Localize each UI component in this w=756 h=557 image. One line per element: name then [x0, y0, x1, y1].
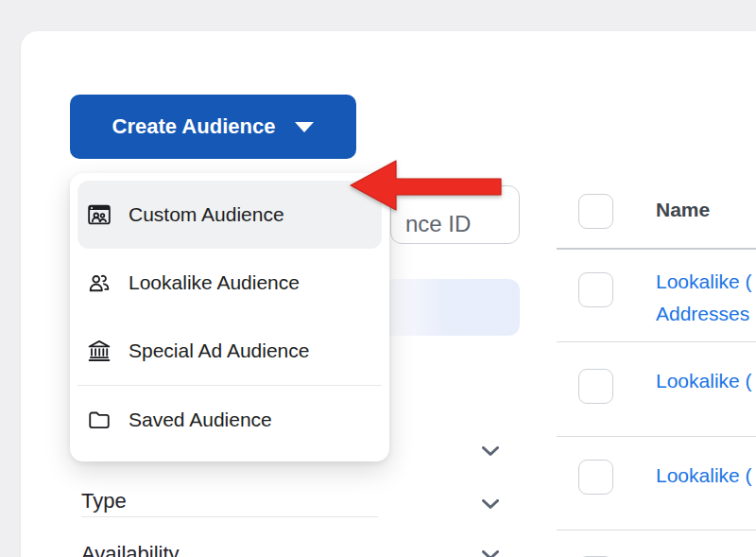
table-row-divider [557, 341, 756, 342]
create-audience-label: Create Audience [112, 114, 276, 139]
audience-link[interactable]: Lookalike (Addresses [656, 266, 752, 330]
search-input[interactable]: nce ID [390, 185, 520, 244]
special-ad-audience-icon [87, 339, 112, 363]
name-column-header: Name [656, 199, 710, 221]
saved-audience-icon [87, 408, 112, 432]
select-all-checkbox[interactable] [578, 194, 613, 229]
page-background: nce ID Type Availability Name Lookalike … [0, 0, 756, 557]
filter-section-type[interactable]: Type [81, 489, 127, 513]
lookalike-audience-icon [87, 270, 112, 295]
create-audience-button[interactable]: Create Audience [70, 95, 356, 159]
table-row-divider [557, 530, 756, 531]
menu-item-special-ad-audience[interactable]: Special Ad Audience [77, 317, 382, 385]
create-audience-dropdown: Custom Audience Lookalike Audience [70, 173, 389, 461]
chevron-down-icon[interactable] [482, 444, 499, 454]
audience-link-line2: Addresses [656, 303, 749, 324]
custom-audience-icon [87, 202, 112, 227]
filter-divider [81, 516, 378, 517]
selected-filter-chip[interactable] [382, 279, 520, 336]
menu-item-saved-audience[interactable]: Saved Audience [77, 386, 382, 454]
menu-item-custom-audience[interactable]: Custom Audience [77, 181, 382, 249]
audiences-panel: nce ID Type Availability Name Lookalike … [21, 31, 756, 557]
audience-link[interactable]: Lookalike ( [656, 552, 752, 557]
menu-item-label: Special Ad Audience [129, 339, 309, 362]
audience-link-line1: Lookalike ( [656, 270, 752, 292]
table-header-divider [557, 248, 756, 250]
chevron-down-icon[interactable] [482, 548, 499, 557]
menu-item-lookalike-audience[interactable]: Lookalike Audience [77, 249, 382, 317]
audience-link[interactable]: Lookalike ( [656, 460, 752, 492]
table-row-divider [557, 436, 756, 437]
row-checkbox[interactable] [578, 460, 613, 495]
filter-section-availability[interactable]: Availability [81, 542, 180, 557]
search-placeholder-text: nce ID [405, 211, 471, 237]
caret-down-icon [295, 122, 314, 132]
menu-item-label: Lookalike Audience [129, 271, 300, 294]
audience-link-line1: Lookalike ( [656, 464, 752, 486]
chevron-down-icon[interactable] [482, 496, 499, 507]
menu-item-label: Custom Audience [129, 203, 284, 226]
row-checkbox[interactable] [578, 369, 613, 404]
audience-link-line1: Lookalike ( [656, 370, 752, 392]
row-checkbox[interactable] [578, 272, 613, 307]
audience-link[interactable]: Lookalike ( [656, 365, 752, 397]
menu-item-label: Saved Audience [129, 409, 272, 431]
